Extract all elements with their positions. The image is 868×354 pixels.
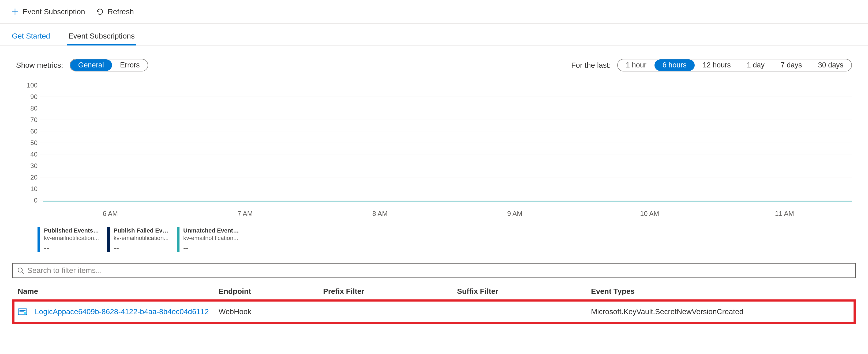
refresh-button[interactable]: Refresh — [96, 7, 134, 16]
legend-title: Unmatched Events (Sum) — [183, 227, 240, 234]
metrics-toggle: GeneralErrors — [70, 59, 148, 71]
x-tick: 8 AM — [313, 210, 447, 217]
legend-value: -- — [183, 243, 240, 252]
search-row — [12, 263, 856, 278]
grid-line — [40, 119, 852, 120]
svg-point-5 — [24, 312, 26, 314]
column-suffix[interactable]: Suffix Filter — [457, 287, 591, 296]
y-tick: 90 — [24, 93, 40, 101]
time-option-1-day[interactable]: 1 day — [739, 60, 773, 71]
time-range-toggle: 1 hour6 hours12 hours1 day7 days30 days — [617, 59, 852, 71]
time-option-12-hours[interactable]: 12 hours — [695, 60, 739, 71]
legend-value: -- — [44, 243, 100, 252]
chart-data-line — [43, 201, 852, 202]
x-tick: 10 AM — [582, 210, 717, 217]
y-tick: 30 — [24, 162, 40, 170]
metrics-option-errors[interactable]: Errors — [112, 60, 148, 71]
for-last-label: For the last: — [571, 61, 611, 70]
event-subscription-button[interactable]: Event Subscription — [11, 7, 85, 16]
row-name-link[interactable]: LogicAppace6409b-8628-4122-b4aa-8b4ec04d… — [35, 308, 209, 316]
legend-color-bar — [177, 227, 180, 252]
metrics-option-general[interactable]: General — [70, 60, 112, 71]
time-option-30-days[interactable]: 30 days — [810, 60, 851, 71]
y-tick: 100 — [24, 82, 40, 89]
grid-line — [40, 166, 852, 166]
legend-item[interactable]: Unmatched Events (Sum)kv-emailnotificati… — [177, 227, 241, 252]
svg-point-2 — [18, 268, 22, 272]
chart-grid-row: 0 — [24, 194, 852, 206]
legend-color-bar — [107, 227, 110, 252]
legend-sublabel: kv-emailnotification... — [114, 235, 170, 242]
y-tick: 50 — [24, 139, 40, 147]
grid-line — [40, 85, 852, 85]
metrics-chart: 1009080706050403020100 6 AM7 AM8 AM9 AM1… — [0, 79, 868, 252]
x-tick: 7 AM — [178, 210, 312, 217]
subscriptions-table: Name Endpoint Prefix Filter Suffix Filte… — [12, 284, 856, 324]
svg-line-3 — [22, 272, 24, 274]
x-tick: 6 AM — [43, 210, 178, 217]
event-subscription-icon — [18, 307, 27, 317]
x-tick: 9 AM — [447, 210, 582, 217]
column-prefix[interactable]: Prefix Filter — [323, 287, 457, 296]
row-types: Microsoft.KeyVault.SecretNewVersionCreat… — [591, 308, 850, 316]
legend-value: -- — [114, 243, 170, 252]
filter-row: Show metrics: GeneralErrors For the last… — [0, 45, 868, 79]
grid-line — [40, 143, 852, 143]
tab-bar: Get Started Event Subscriptions — [0, 24, 868, 45]
time-option-7-days[interactable]: 7 days — [773, 60, 810, 71]
table-header: Name Endpoint Prefix Filter Suffix Filte… — [12, 284, 856, 298]
refresh-icon — [96, 7, 104, 16]
legend-item[interactable]: Publish Failed Event...kv-emailnotificat… — [107, 227, 172, 252]
chart-grid-row: 70 — [24, 114, 852, 126]
y-tick: 80 — [24, 105, 40, 112]
grid-line — [40, 154, 852, 154]
show-metrics-label: Show metrics: — [16, 61, 63, 70]
chart-x-axis: 6 AM7 AM8 AM9 AM10 AM11 AM — [43, 210, 852, 217]
tab-get-started[interactable]: Get Started — [11, 27, 51, 45]
column-name[interactable]: Name — [18, 287, 219, 296]
search-input[interactable] — [27, 266, 851, 275]
chart-plot-area — [43, 201, 852, 203]
chart-grid-row: 30 — [24, 160, 852, 172]
time-option-1-hour[interactable]: 1 hour — [618, 60, 654, 71]
refresh-label: Refresh — [107, 7, 134, 16]
y-tick: 70 — [24, 116, 40, 123]
column-types[interactable]: Event Types — [591, 287, 850, 296]
legend-sublabel: kv-emailnotification... — [44, 235, 100, 242]
legend-title: Publish Failed Event... — [114, 227, 170, 234]
chart-grid-row: 10 — [24, 183, 852, 194]
chart-grid-row: 90 — [24, 91, 852, 103]
grid-line — [40, 200, 852, 201]
y-tick: 40 — [24, 151, 40, 158]
search-icon — [17, 267, 24, 274]
chart-grid-row: 100 — [24, 79, 852, 91]
command-bar: Event Subscription Refresh — [0, 0, 868, 24]
chart-legend: Published Events (Sum)kv-emailnotificati… — [37, 227, 852, 252]
y-tick: 10 — [24, 185, 40, 193]
grid-line — [40, 97, 852, 97]
event-subscription-label: Event Subscription — [23, 7, 85, 16]
legend-color-bar — [37, 227, 40, 252]
chart-grid-row: 50 — [24, 137, 852, 148]
table-row[interactable]: LogicAppace6409b-8628-4122-b4aa-8b4ec04d… — [14, 302, 854, 322]
y-tick: 0 — [24, 197, 40, 204]
column-endpoint[interactable]: Endpoint — [219, 287, 323, 296]
tab-event-subscriptions[interactable]: Event Subscriptions — [67, 27, 135, 45]
time-option-6-hours[interactable]: 6 hours — [654, 60, 695, 71]
highlighted-row: LogicAppace6409b-8628-4122-b4aa-8b4ec04d… — [12, 299, 856, 324]
chart-grid-row: 20 — [24, 172, 852, 183]
y-tick: 20 — [24, 174, 40, 181]
x-tick: 11 AM — [717, 210, 852, 217]
row-endpoint: WebHook — [219, 308, 323, 316]
y-tick: 60 — [24, 128, 40, 135]
search-box[interactable] — [12, 263, 856, 278]
chart-grid-row: 80 — [24, 103, 852, 114]
legend-title: Published Events (Sum) — [44, 227, 100, 234]
legend-sublabel: kv-emailnotification... — [183, 235, 240, 242]
grid-line — [40, 108, 852, 108]
plus-icon — [11, 7, 19, 16]
chart-grid-row: 40 — [24, 148, 852, 160]
chart-grid-row: 60 — [24, 126, 852, 137]
legend-item[interactable]: Published Events (Sum)kv-emailnotificati… — [37, 227, 102, 252]
grid-line — [40, 177, 852, 177]
